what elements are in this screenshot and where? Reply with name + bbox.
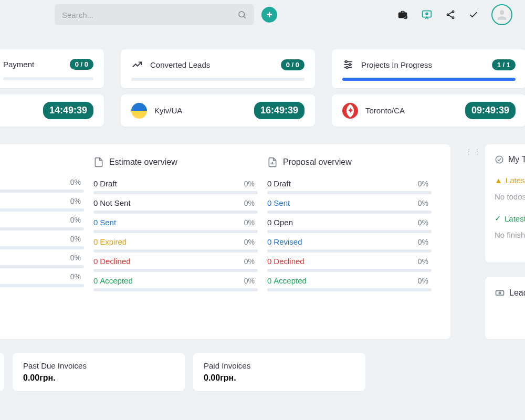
stat-count: 0 [267, 179, 271, 188]
stat-pct: 0% [70, 216, 81, 224]
summary-card-converted-leads[interactable]: Converted Leads 0 / 0 [121, 49, 315, 88]
avatar[interactable] [491, 4, 512, 25]
progress-track [3, 77, 93, 80]
check-icon: ✓ [495, 214, 501, 223]
stat-row: 0% [0, 254, 84, 268]
finished-empty-text: No finished todos found [495, 230, 525, 239]
invoice-amount: 0.00грн. [23, 373, 174, 383]
stat-label: Not Sent [100, 198, 130, 207]
stat-pct: 0% [418, 277, 428, 285]
stat-row: 0% [0, 178, 84, 193]
flag-ca-icon: ✦ [342, 103, 358, 119]
stat-row: 0 Draft 0% [267, 179, 432, 194]
leads-title-text: Leads Overview [509, 288, 525, 298]
stat-bar [93, 211, 258, 214]
stat-label: Declined [274, 257, 304, 266]
stat-label: Open [274, 218, 293, 227]
svg-point-16 [349, 64, 351, 66]
clock-time: 14:49:39 [43, 102, 93, 119]
invoice-card-partial[interactable]: s [0, 353, 4, 391]
flag-ua-icon [131, 103, 147, 119]
stat-row: 0% [0, 272, 84, 287]
stat-row: 0 Not Sent 0% [93, 198, 258, 214]
trend-icon [131, 59, 143, 70]
briefcase-icon[interactable]: ⏱ [397, 9, 408, 20]
stat-label: Revised [274, 237, 302, 246]
stat-bar [0, 190, 84, 193]
search-icon[interactable] [237, 10, 247, 19]
leads-overview-panel: Leads Overview Клиент [485, 277, 525, 339]
svg-point-7 [447, 14, 448, 15]
search-box[interactable] [55, 4, 254, 25]
stat-bar [267, 249, 432, 253]
stat-pct: 0% [70, 272, 81, 281]
document-chart-icon [267, 157, 278, 167]
todo-title-text: My To Do Items [508, 155, 525, 164]
stat-bar [267, 230, 432, 233]
summary-card-projects-in-progress[interactable]: Projects In Progress 1 / 1 [332, 49, 525, 88]
stat-bar [267, 191, 432, 194]
summary-title: Converted Leads [150, 60, 274, 69]
stat-count: 0 [93, 257, 98, 266]
svg-text:⏱: ⏱ [404, 16, 407, 18]
stat-row: 0% [0, 197, 84, 212]
svg-line-9 [449, 12, 453, 14]
stat-row: 0 Open 0% [267, 218, 432, 233]
check-icon[interactable] [468, 9, 479, 20]
invoice-card-past-due[interactable]: Past Due Invoices 0.00грн. [13, 353, 185, 391]
support-icon[interactable] [421, 9, 433, 20]
stat-bar [93, 288, 258, 291]
summary-title: Payment [3, 60, 62, 69]
progress-track [131, 78, 304, 81]
stat-row: 0% [0, 235, 84, 249]
stat-pct: 0% [418, 257, 428, 266]
stat-row: 0 Revised 0% [267, 237, 432, 253]
stat-bar [0, 246, 84, 249]
stat-pct: 0% [244, 277, 255, 285]
drag-handle-icon[interactable]: ⋮⋮ [465, 148, 470, 339]
add-button[interactable]: + [261, 7, 277, 23]
stat-pct: 0% [244, 180, 255, 188]
check-circle-icon [495, 155, 504, 164]
stat-count: 0 [93, 198, 98, 207]
stat-count: 0 [267, 198, 271, 207]
stat-pct: 0% [70, 197, 81, 205]
stat-label: Expired [100, 237, 127, 246]
latest-finished-heading: ✓ Latest finished to do's [495, 214, 525, 223]
stat-pct: 0% [418, 218, 428, 227]
money-icon [495, 288, 505, 298]
invoice-title: Paid Invoices [204, 361, 355, 370]
svg-rect-22 [496, 291, 504, 295]
todos-empty-text: No todos found [495, 192, 525, 201]
share-icon[interactable] [445, 9, 456, 20]
stat-pct: 0% [418, 180, 428, 188]
search-input[interactable] [62, 10, 237, 19]
proposal-overview-title: Proposal overview [267, 157, 432, 167]
stat-count: 0 [267, 237, 271, 246]
stat-row: 0 Accepted 0% [267, 276, 432, 291]
stat-label: Sent [100, 218, 116, 227]
svg-point-21 [496, 156, 503, 163]
svg-line-10 [449, 15, 453, 17]
stat-pct: 0% [244, 199, 255, 207]
invoice-card-paid[interactable]: Paid Invoices 0.00грн. [193, 353, 365, 391]
timezone-label: Toronto/CA [365, 106, 405, 115]
stat-bar [267, 269, 432, 272]
svg-point-11 [500, 10, 505, 15]
stat-row: 0 Declined 0% [267, 257, 432, 272]
estimate-title-text: Estimate overview [109, 158, 177, 167]
clock-card-kyiv: Kyiv/UA 16:49:39 [121, 94, 315, 127]
proposal-title-text: Proposal overview [283, 158, 352, 167]
summary-badge: 1 / 1 [492, 59, 516, 70]
warning-icon: ▲ [495, 176, 502, 185]
summary-card-payment[interactable]: Payment 0 / 0 [0, 49, 104, 88]
svg-point-23 [499, 292, 500, 293]
leads-overview-title: Leads Overview [495, 288, 525, 298]
stat-row: 0 Sent 0% [93, 218, 258, 233]
stat-row: 0 Accepted 0% [93, 276, 258, 291]
stat-label: Draft [274, 179, 291, 188]
todo-title: My To Do Items [495, 155, 525, 164]
invoice-title: Past Due Invoices [23, 361, 174, 370]
stat-row: 0 Draft 0% [93, 179, 258, 194]
summary-badge: 0 / 0 [70, 59, 93, 70]
